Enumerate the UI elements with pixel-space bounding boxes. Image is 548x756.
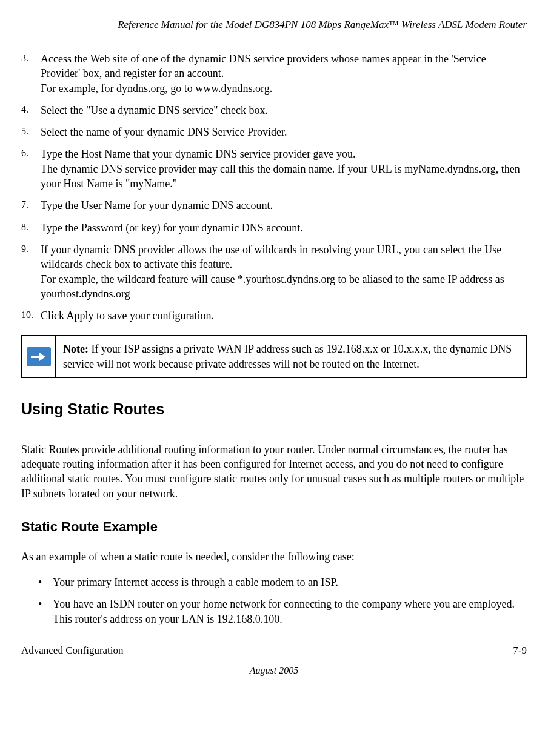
step-number: 3.	[21, 51, 41, 96]
step-number: 9.	[21, 242, 41, 301]
page-header-title: Reference Manual for the Model DG834PN 1…	[21, 18, 527, 32]
step-text: Type the Password (or key) for your dyna…	[41, 220, 527, 235]
subsection-title-example: Static Route Example	[21, 518, 527, 536]
section-rule	[21, 425, 527, 425]
bullet-mark: •	[38, 597, 53, 626]
bullet-text: You have an ISDN router on your home net…	[53, 597, 527, 626]
footer-date: August 2005	[21, 664, 527, 677]
step-6: 6. Type the Host Name that your dynamic …	[21, 147, 527, 191]
step-text: Select the name of your dynamic DNS Serv…	[41, 125, 527, 139]
page-footer: Advanced Configuration 7-9	[21, 644, 527, 658]
step-text: Type the Host Name that your dynamic DNS…	[41, 147, 527, 191]
header-rule	[21, 36, 527, 36]
step-7: 7. Type the User Name for your dynamic D…	[21, 198, 527, 213]
step-text: Click Apply to save your configuration.	[41, 308, 527, 323]
step-text: Access the Web site of one of the dynami…	[41, 51, 527, 96]
note-label: Note:	[63, 343, 89, 355]
arrow-icon	[27, 347, 51, 366]
step-number: 8.	[21, 220, 41, 235]
section-paragraph: Static Routes provide additional routing…	[21, 442, 527, 501]
step-8: 8. Type the Password (or key) for your d…	[21, 220, 527, 235]
note-body: If your ISP assigns a private WAN IP add…	[63, 343, 512, 370]
bullet-list: • Your primary Internet access is throug…	[21, 575, 527, 626]
step-4: 4. Select the "Use a dynamic DNS service…	[21, 103, 527, 118]
step-text: If your dynamic DNS provider allows the …	[41, 242, 527, 301]
step-9: 9. If your dynamic DNS provider allows t…	[21, 242, 527, 301]
step-number: 4.	[21, 103, 41, 118]
step-number: 6.	[21, 147, 41, 191]
footer-rule	[21, 640, 527, 640]
step-number: 7.	[21, 198, 41, 213]
bullet-1: • Your primary Internet access is throug…	[21, 575, 527, 589]
step-text: Type the User Name for your dynamic DNS …	[41, 198, 527, 213]
ordered-steps: 3. Access the Web site of one of the dyn…	[21, 51, 527, 323]
subsection-intro: As an example of when a static route is …	[21, 549, 527, 564]
bullet-mark: •	[38, 575, 53, 589]
step-number: 5.	[21, 125, 41, 139]
step-3: 3. Access the Web site of one of the dyn…	[21, 51, 527, 96]
step-number: 10.	[21, 308, 41, 323]
bullet-2: • You have an ISDN router on your home n…	[21, 597, 527, 626]
step-10: 10. Click Apply to save your configurati…	[21, 308, 527, 323]
bullet-text: Your primary Internet access is through …	[53, 575, 527, 589]
step-5: 5. Select the name of your dynamic DNS S…	[21, 125, 527, 139]
step-text: Select the "Use a dynamic DNS service" c…	[41, 103, 527, 118]
section-title-static-routes: Using Static Routes	[21, 399, 527, 420]
note-text: Note: If your ISP assigns a private WAN …	[56, 336, 526, 377]
note-icon-cell	[22, 336, 56, 377]
footer-page-number: 7-9	[513, 644, 527, 658]
footer-section-name: Advanced Configuration	[21, 644, 124, 658]
note-box: Note: If your ISP assigns a private WAN …	[21, 335, 527, 378]
